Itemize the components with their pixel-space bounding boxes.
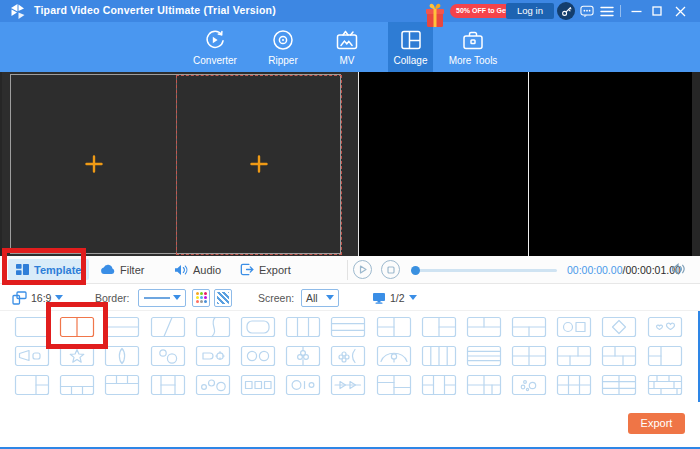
template-thumb-grid-2x2[interactable] [510,345,548,367]
stop-button[interactable] [381,260,400,279]
tab-audio[interactable]: Audio [166,259,229,280]
tab-export[interactable]: Export [232,259,299,280]
template-thumb-split-4h[interactable] [465,345,503,367]
titlebar-separator [620,5,621,17]
seek-slider[interactable] [412,269,557,272]
template-grid-row [0,374,694,396]
template-thumb-three-squares[interactable] [239,374,277,396]
nav-tab-more-tools[interactable]: More Tools [441,22,505,72]
border-pattern-button[interactable] [214,284,232,311]
nav-tab-converter[interactable]: Converter [185,22,245,72]
template-thumb-column-grid[interactable] [149,374,187,396]
template-thumb-shape-and-gear[interactable] [194,345,232,367]
template-thumb-two-circles[interactable] [239,345,277,367]
template-thumb-flower-bracket[interactable] [329,345,367,367]
template-thumb-scatter-dots[interactable] [510,374,548,396]
template-thumb-vertical-lens[interactable] [103,345,141,367]
close-button[interactable] [671,3,689,19]
template-grid-row [0,316,694,338]
template-thumb-two-circles-diagonal[interactable] [149,345,187,367]
border-style-dropdown[interactable] [138,284,186,311]
page-indicator: 1/2 [390,292,405,304]
title-bar: Tipard Video Converter Ultimate (Trial V… [0,0,700,22]
template-toolbar: 16:9 Border: Screen: All [0,284,700,311]
template-thumb-top-3-bottom-large[interactable] [103,374,141,396]
template-thumb-left-split-right-single[interactable] [375,316,413,338]
minimize-button[interactable] [627,3,645,19]
login-button[interactable]: Log in [506,3,554,19]
template-thumb-curve-split[interactable] [194,316,232,338]
template-thumb-diagonal-split[interactable] [149,316,187,338]
template-thumb-arch-clover[interactable] [375,345,413,367]
template-thumb-rounded-inset[interactable] [239,316,277,338]
tab-label: Template [34,264,81,276]
template-thumb-two-hearts[interactable] [646,316,684,338]
template-thumb-grid-3x2[interactable] [555,374,593,396]
converter-icon [203,28,227,52]
template-thumb-two-arrows[interactable] [329,374,367,396]
maximize-button[interactable] [648,3,666,19]
collage-canvas[interactable] [10,74,341,254]
volume-icon[interactable] [671,262,687,276]
nav-tab-label: Collage [394,55,428,66]
chevron-down-icon [326,295,334,300]
nav-tab-label: More Tools [449,55,498,66]
export-icon [240,263,254,276]
time-display: 00:00:00.00/00:00:01.00 [567,264,681,276]
template-thumb-top-large-bottom-3[interactable] [58,374,96,396]
template-thumb-grid-2x3-rows[interactable] [600,374,638,396]
template-thumb-split-2h[interactable] [103,316,141,338]
feedback-icon[interactable] [578,3,596,19]
template-thumb-single[interactable] [13,316,51,338]
menu-icon[interactable] [598,3,616,19]
template-thumb-left-large-right-split[interactable] [13,374,51,396]
template-thumb-left-single-right-split[interactable] [420,316,458,338]
audio-icon [174,264,188,276]
template-thumb-split-4v[interactable] [420,345,458,367]
template-thumb-grid-2x2-offset-right[interactable] [555,345,593,367]
template-thumb-split-3v[interactable] [284,316,322,338]
nav-tab-label: MV [340,55,355,66]
register-key-icon[interactable] [557,2,575,20]
template-thumb-top-split-bottom-single[interactable] [465,316,503,338]
template-thumb-callout-shapes[interactable] [13,345,51,367]
template-thumb-three-circles[interactable] [194,374,232,396]
tab-template[interactable]: Template [8,259,89,280]
template-thumb-grid-2x2-offset-left[interactable] [600,345,638,367]
aspect-ratio-control[interactable]: 16:9 [12,284,63,311]
template-thumb-grid-2x3-mixed[interactable] [465,374,503,396]
preview-cell-divider [528,72,529,256]
export-button[interactable]: Export [628,413,685,434]
template-thumb-split-2v[interactable] [58,316,96,338]
screen-dropdown[interactable]: All [301,284,339,311]
template-thumb-left-split-right-large[interactable] [646,345,684,367]
nav-tab-collage[interactable]: Collage [388,22,433,72]
nav-tab-ripper[interactable]: Ripper [255,22,311,72]
plus-icon[interactable] [85,155,103,173]
tabs-playback-separator [347,260,348,280]
template-thumb-top-single-bottom-split[interactable] [510,316,548,338]
color-palette-icon [196,292,207,303]
gift-icon[interactable] [424,1,446,29]
template-thumb-star[interactable] [58,345,96,367]
template-thumb-grid-asym[interactable] [375,374,413,396]
template-thumb-grid-3x2-tall[interactable] [420,374,458,396]
tab-filter[interactable]: Filter [92,259,152,280]
template-thumb-split-3h[interactable] [329,316,367,338]
template-thumb-clover-split[interactable] [284,345,322,367]
template-thumb-circle-square[interactable] [555,316,593,338]
template-thumb-circle-bar-dot[interactable] [284,374,322,396]
nav-tab-mv[interactable]: MV [325,22,369,72]
template-thumb-diamond[interactable] [600,316,638,338]
seek-slider-handle[interactable] [411,266,420,275]
main-area [0,72,700,256]
display-page-control[interactable]: 1/2 [372,284,417,311]
template-grid-row [0,345,694,367]
template-thumb-mosaic-grid[interactable] [646,374,684,396]
template-icon [16,263,29,276]
play-button[interactable] [353,260,372,279]
plus-icon[interactable] [250,155,268,173]
chevron-down-icon [173,295,181,300]
border-color-button[interactable] [192,284,210,311]
template-grid [0,311,694,402]
